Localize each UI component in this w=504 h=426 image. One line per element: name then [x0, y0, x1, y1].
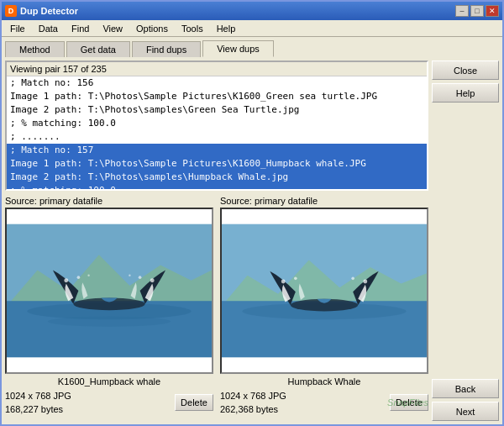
main-content: Viewing pair 157 of 235 ; Match no: 156 … — [2, 57, 502, 424]
svg-point-11 — [129, 274, 130, 276]
help-button[interactable]: Help — [432, 83, 499, 103]
list-item[interactable]: ; ....... — [7, 130, 427, 144]
tab-method[interactable]: Method — [5, 41, 65, 57]
image-panel-2: Source: primary datafile — [220, 196, 428, 416]
menu-item-find[interactable]: Find — [65, 22, 96, 35]
svg-point-9 — [139, 276, 142, 279]
menu-item-view[interactable]: View — [96, 22, 129, 35]
title-bar: D Dup Detector – □ ✕ — [2, 2, 502, 20]
menu-bar: FileDataFindViewOptionsToolsHelp — [2, 20, 502, 37]
image2-size: 1024 x 768 JPG — [220, 391, 286, 401]
image-panel-1: Source: primary datafile — [5, 196, 213, 416]
image1-bytes: 168,227 bytes — [5, 404, 63, 414]
list-item[interactable]: Image 1 path: T:\Photos\Sample Pictures\… — [7, 90, 427, 103]
tab-get-data[interactable]: Get data — [66, 41, 130, 57]
list-header: Viewing pair 157 of 235 — [7, 62, 427, 76]
svg-point-8 — [77, 276, 81, 279]
image1-frame — [5, 208, 213, 374]
main-window: D Dup Detector – □ ✕ FileDataFindViewOpt… — [0, 0, 504, 426]
menu-item-file[interactable]: File — [3, 22, 32, 35]
list-container: Viewing pair 157 of 235 ; Match no: 156 … — [5, 60, 428, 191]
svg-point-7 — [150, 278, 155, 282]
svg-point-19 — [294, 277, 297, 281]
image2-info: 1024 x 768 JPG 262,368 bytes — [220, 389, 386, 416]
minimize-button[interactable]: – — [455, 5, 469, 17]
image2-bytes: 262,368 bytes — [220, 404, 278, 414]
close-window-button[interactable]: ✕ — [486, 5, 499, 17]
menu-item-options[interactable]: Options — [129, 22, 175, 35]
svg-point-4 — [48, 317, 171, 327]
tab-view-dups[interactable]: View dups — [202, 40, 274, 57]
image1-size: 1024 x 768 JPG — [5, 391, 71, 401]
list-item-selected[interactable]: ; % matching: 100.0 — [7, 184, 427, 189]
tab-find-dups[interactable]: Find dups — [132, 41, 201, 57]
image2-frame — [220, 208, 428, 374]
right-panel: Close Help Back Next — [432, 60, 499, 421]
image2-name: Humpback Whale — [220, 376, 428, 387]
images-section: Source: primary datafile — [5, 196, 428, 416]
image1-name: K1600_Humpback whale — [5, 376, 213, 387]
next-button[interactable]: Next — [432, 402, 499, 421]
image1-delete-button[interactable]: Delete — [175, 394, 213, 411]
list-item[interactable]: ; Match no: 156 — [7, 76, 427, 90]
svg-point-10 — [87, 274, 89, 276]
menu-item-help[interactable]: Help — [210, 22, 243, 35]
image1-info-row: 1024 x 768 JPG 168,227 bytes Delete — [5, 389, 213, 416]
image1-source-label: Source: primary datafile — [5, 196, 213, 206]
list-item[interactable]: Image 2 path: T:\Photos\samples\Green Se… — [7, 103, 427, 117]
image1-info: 1024 x 768 JPG 168,227 bytes — [5, 389, 171, 416]
list-item-selected[interactable]: Image 2 path: T:\Photos\samples\Humpback… — [7, 171, 427, 184]
back-button[interactable]: Back — [432, 379, 499, 398]
svg-point-6 — [64, 278, 68, 282]
svg-point-20 — [351, 277, 354, 281]
image2-delete-button[interactable]: Delete — [390, 394, 428, 411]
menu-item-data[interactable]: Data — [32, 22, 65, 35]
left-panel: Viewing pair 157 of 235 ; Match no: 156 … — [5, 60, 428, 421]
tabs-bar: Method Get data Find dups View dups — [2, 37, 502, 57]
list-body[interactable]: ; Match no: 156 Image 1 path: T:\Photos\… — [7, 76, 427, 189]
close-button[interactable]: Close — [432, 60, 499, 80]
list-item[interactable]: ; % matching: 100.0 — [7, 117, 427, 130]
menu-item-tools[interactable]: Tools — [175, 22, 210, 35]
list-item-selected[interactable]: Image 1 path: T:\Photos\Sample Pictures\… — [7, 157, 427, 171]
image2-source-label: Source: primary datafile — [220, 196, 428, 206]
app-icon: D — [5, 5, 17, 17]
maximize-button[interactable]: □ — [470, 5, 484, 17]
list-item-selected[interactable]: ; Match no: 157 — [7, 144, 427, 157]
image2-info-row: 1024 x 768 JPG 262,368 bytes Delete — [220, 389, 428, 416]
svg-point-17 — [281, 280, 286, 284]
window-title: Dup Detector — [20, 6, 452, 16]
title-buttons: – □ ✕ — [455, 5, 499, 17]
svg-point-18 — [363, 280, 367, 284]
